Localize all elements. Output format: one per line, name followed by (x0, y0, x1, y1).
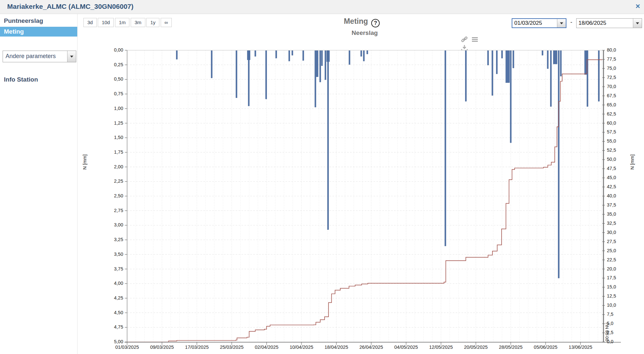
x-axis-tick: 05/06/2025 (530, 345, 561, 350)
x-axis-tick: 01/03/2025 (111, 345, 143, 350)
left-axis-tick: 1,25 (104, 120, 123, 126)
x-axis-tick: 12/05/2025 (425, 345, 457, 350)
left-axis-tick: 2,75 (104, 208, 123, 213)
right-axis-tick: 62,5 (607, 111, 626, 116)
x-axis-tick: 26/04/2025 (356, 345, 387, 350)
right-axis-tick: 10,0 (607, 302, 626, 308)
right-axis-tick: 25,0 (607, 248, 626, 253)
right-axis-tick: 55,0 (607, 138, 626, 144)
right-axis-tick: 80,0 (607, 47, 626, 53)
right-axis-tick: 47,5 (607, 166, 626, 171)
left-axis-tick: 2,25 (104, 178, 123, 184)
right-axis-tick: 65,0 (607, 102, 626, 107)
right-axis-tick: 35,0 (607, 211, 626, 217)
right-axis-tick: 30,0 (607, 230, 626, 235)
right-axis-tick: 37,5 (607, 202, 626, 208)
right-axis-tick: 40,0 (607, 193, 626, 198)
right-axis-tick: 77,5 (607, 56, 626, 62)
x-axis-tick: 10/04/2025 (286, 345, 317, 350)
left-axis-tick: 3,00 (104, 222, 123, 227)
x-axis-tick: 18/04/2025 (321, 345, 352, 350)
right-axis-tick: 52,5 (607, 147, 626, 153)
x-axis-tick: 09/03/2025 (146, 345, 178, 350)
right-axis-tick: 0,0 (607, 339, 626, 344)
left-axis-tick: 4,00 (104, 281, 123, 286)
left-axis-tick: 3,25 (104, 237, 123, 242)
x-axis-tick: 20/05/2025 (460, 345, 491, 350)
right-axis-tick: 2,5 (607, 330, 626, 335)
left-axis-tick: 5,00 (104, 339, 123, 344)
left-axis-tick: 0,50 (104, 76, 123, 82)
x-axis-tick: 13/06/2025 (565, 345, 596, 350)
right-axis-tick: 7,5 (607, 312, 626, 317)
x-axis-tick: 02/04/2025 (251, 345, 282, 350)
right-axis-tick: 57,5 (607, 129, 626, 134)
left-axis-tick: 4,75 (104, 324, 123, 330)
x-axis-tick: 17/03/2025 (181, 345, 212, 350)
right-axis-tick: 27,5 (607, 239, 626, 244)
precipitation-chart[interactable] (0, 0, 644, 354)
left-axis-tick: 3,75 (104, 266, 123, 271)
right-axis-tick: 5,0 (607, 321, 626, 326)
right-axis-tick: 20,0 (607, 266, 626, 271)
left-axis-title: N [mm] (82, 154, 87, 170)
left-axis-tick: 0,75 (104, 91, 123, 96)
right-axis-tick: 45,0 (607, 175, 626, 180)
right-axis-tick: 72,5 (607, 75, 626, 80)
left-axis-tick: 2,00 (104, 164, 123, 169)
right-axis-tick: 50,0 (607, 157, 626, 162)
right-axis-tick: 17,5 (607, 275, 626, 280)
right-axis-tick: 15,0 (607, 284, 626, 289)
right-axis-tick: 42,5 (607, 184, 626, 189)
now-marker-label: 00:08 NU (605, 323, 609, 341)
left-axis-tick: 0,00 (104, 47, 123, 53)
left-axis-tick: 1,00 (104, 106, 123, 111)
right-axis-tick: 75,0 (607, 66, 626, 71)
left-axis-tick: 0,25 (104, 62, 123, 67)
right-axis-tick: 12,5 (607, 293, 626, 299)
right-axis-title: N [mm] (630, 154, 635, 170)
right-axis-tick: 60,0 (607, 120, 626, 126)
right-axis-tick: 22,5 (607, 257, 626, 262)
right-axis-tick: 32,5 (607, 221, 626, 226)
left-axis-tick: 4,50 (104, 310, 123, 315)
x-axis-tick: 04/05/2025 (390, 345, 422, 350)
left-axis-tick: 2,50 (104, 193, 123, 198)
left-axis-tick: 4,25 (104, 295, 123, 300)
left-axis-tick: 1,75 (104, 149, 123, 155)
right-axis-tick: 70,0 (607, 84, 626, 89)
left-axis-tick: 1,50 (104, 135, 123, 140)
x-axis-tick: 28/05/2025 (495, 345, 526, 350)
left-axis-tick: 3,50 (104, 252, 123, 257)
x-axis-tick: 25/03/2025 (216, 345, 247, 350)
right-axis-tick: 67,5 (607, 93, 626, 98)
